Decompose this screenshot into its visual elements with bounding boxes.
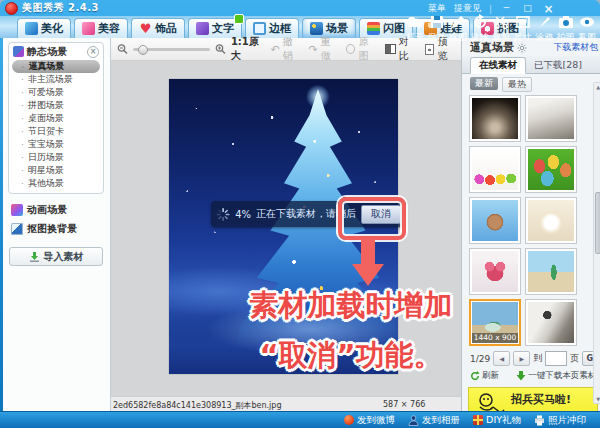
import-arrow-icon [29,251,40,262]
canvas-view: 4% 正在下载素材，请稍后 取消 素材加载时增加 “取消”功能。 [111,61,461,396]
photo-button[interactable]: 拍照 [556,14,576,44]
sidebar-item-calendar[interactable]: ·日历场景 [12,151,100,164]
annotation-line2: “取消”功能。 [226,341,461,370]
zoom-slider-knob[interactable] [138,45,148,55]
canvas-column: 1:1原大 ↶撤销 ↷重做 原图 对比 预览 [111,38,461,412]
thumbnail-heart-hands[interactable] [469,197,521,244]
scrollbar-thumb[interactable] [595,192,600,254]
sort-newest-button[interactable]: 最新 [470,77,498,90]
diy-gift-button[interactable]: DIY礼物 [473,414,521,427]
gear-icon[interactable] [517,43,527,53]
sidebar: 静态场景 × ·逼真场景 ·非主流场景 ·可爱场景 ·拼图场景 ·桌面场景 ·节… [3,38,111,412]
tab-sticker[interactable]: ♥饰品 [131,18,185,38]
sidebar-item-realistic[interactable]: ·逼真场景 [12,60,100,73]
rotate-button[interactable]: 旋转 [470,14,490,44]
annotation-line1: 素材加载时增加 [226,291,461,320]
doodle-button[interactable]: 涂鸦 [534,14,554,44]
frame-icon [253,22,266,35]
sidebar-item-holiday-card[interactable]: ·节日贺卡 [12,125,100,138]
thumbnail-jewelry-dark[interactable] [469,95,521,142]
sidebar-item-desktop[interactable]: ·桌面场景 [12,112,100,125]
share-weibo-button[interactable]: 发到微博 [344,414,395,427]
tab-beauty[interactable]: 美容 [74,18,128,38]
download-arrow-icon [516,371,526,381]
save-button[interactable]: 保存 [427,14,447,44]
view-button[interactable]: 看图 [577,14,597,44]
resize-button[interactable]: 尺寸 [513,14,533,44]
import-material-button[interactable]: 导入素材 [9,247,103,266]
redo-button[interactable]: ↷重做 [309,35,338,63]
scroll-down-icon[interactable]: ▼ [594,395,600,403]
cutout-button[interactable]: 抠图 [448,14,468,44]
static-scene-icon [13,46,24,57]
thumbnail-beach-bottle[interactable] [525,248,577,295]
minimize-button[interactable]: ─ [500,3,513,14]
refresh-icon [470,371,480,381]
zoom-slider[interactable] [133,48,210,51]
sidebar-item-trendy[interactable]: ·非主流场景 [12,73,100,86]
open-button[interactable]: 打开 [405,14,425,44]
next-page-button[interactable]: ▶ [513,351,530,366]
main-toolbar: 打开 保存 抠图 旋转 裁剪 尺寸 涂鸦 拍照 看图 [405,14,597,44]
camera-icon [558,14,574,30]
sidebar-item-animated-scene[interactable]: 动画场景 [11,203,67,217]
album-person-icon [408,415,419,426]
crop-button[interactable]: 裁剪 [491,14,511,44]
panel-close-icon[interactable]: × [87,46,99,58]
sidebar-group-title: 静态场景 [27,45,67,59]
cancel-download-button[interactable]: 取消 [361,205,401,224]
tab-online-material[interactable]: 在线素材 [470,57,526,74]
progress-message: 正在下载素材，请稍后 [256,207,356,221]
thumbnail-easter-eggs[interactable] [525,146,577,193]
refresh-button[interactable]: 刷新 [470,370,499,382]
prev-page-button[interactable]: ◀ [493,351,510,366]
thumbnail-heart-glass[interactable] [469,248,521,295]
app-title: 美图秀秀 2.4.3 [22,1,99,15]
progress-percent: 4% [235,209,251,220]
loading-spinner-icon [216,207,230,222]
original-button[interactable]: 原图 [346,35,376,63]
pagination-row: 1/29 ◀ ▶ 到 页 GO [470,351,600,366]
beauty-icon [82,22,95,35]
undo-button[interactable]: ↶撤销 [271,35,300,63]
tab-beautify[interactable]: 美化 [17,18,71,38]
view-eye-icon [579,14,595,30]
thumbnail-room-photo[interactable] [525,299,577,346]
sticker-heart-icon: ♥ [139,22,152,35]
page-indicator: 1/29 [470,354,490,364]
sort-hottest-button[interactable]: 最热 [502,77,532,92]
image-dimensions: 587 × 766 [383,400,425,409]
resize-icon [515,14,531,30]
printer-icon [534,415,545,426]
beautify-icon [25,22,38,35]
sidebar-item-collage[interactable]: ·拼图场景 [12,99,100,112]
download-page-button[interactable]: 一键下载本页素材 [516,370,596,382]
brush-icon [536,14,552,30]
page-number-input[interactable] [545,351,567,366]
material-thumbnail-grid: 1440 x 900 [469,95,577,346]
sidebar-item-other[interactable]: ·其他场景 [12,177,100,190]
image-info-bar: 2ed6582fe8a84c141e308913_副本ben.jpg 587 ×… [111,396,461,412]
photo-print-button[interactable]: 照片冲印 [534,414,586,427]
thumbnail-colorful-cups[interactable] [469,146,521,193]
redo-icon: ↷ [309,43,318,56]
thumbnail-photo-frames[interactable] [525,95,577,142]
zoom-out-icon[interactable] [117,43,128,55]
sidebar-item-star[interactable]: ·明星场景 [12,164,100,177]
tab-downloaded-material[interactable]: 已下载[28] [526,58,590,73]
maximize-button[interactable]: □ [521,3,534,14]
scissors-icon [493,14,509,30]
zoom-in-icon[interactable] [215,43,226,55]
share-album-button[interactable]: 发到相册 [408,414,460,427]
zoom-reset-button[interactable]: 1:1原大 [231,35,266,63]
scroll-up-icon[interactable]: ▲ [594,83,600,91]
sidebar-item-cute[interactable]: ·可爱场景 [12,86,100,99]
sidebar-item-baby[interactable]: ·宝宝场景 [12,138,100,151]
panel-scrollbar[interactable]: ▲ ▼ [593,82,600,404]
sidebar-item-cutout-background[interactable]: 抠图换背景 [11,222,77,236]
annotation-arrow [361,238,375,264]
close-button[interactable]: × [542,3,555,14]
gift-icon [473,415,483,425]
thumbnail-cream-cup[interactable] [525,197,577,244]
thumbnail-beach-bottle-selected[interactable]: 1440 x 900 [469,299,521,346]
